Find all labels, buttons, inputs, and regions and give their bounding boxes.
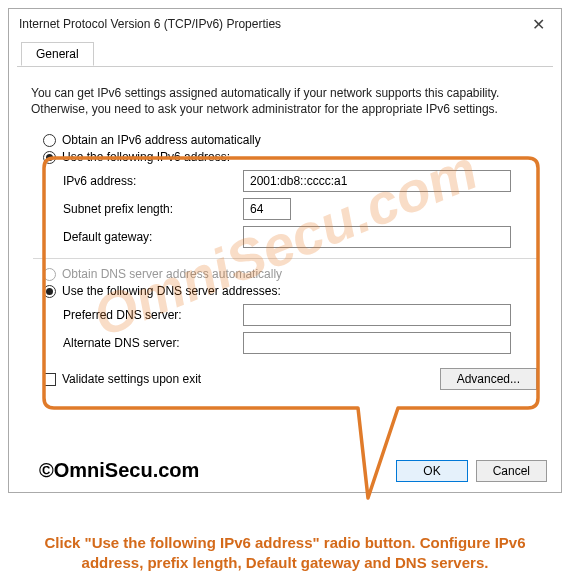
radio-label: Obtain an IPv6 address automatically xyxy=(62,133,261,147)
alternate-dns-row: Alternate DNS server: xyxy=(63,332,543,354)
cancel-button[interactable]: Cancel xyxy=(476,460,547,482)
radio-label: Use the following IPv6 address: xyxy=(62,150,230,164)
preferred-dns-input[interactable] xyxy=(243,304,511,326)
radio-label: Use the following DNS server addresses: xyxy=(62,284,281,298)
radio-auto-dns: Obtain DNS server address automatically xyxy=(43,267,543,281)
validate-label: Validate settings upon exit xyxy=(62,372,201,386)
dialog-footer: OK Cancel xyxy=(396,460,547,482)
radio-label: Obtain DNS server address automatically xyxy=(62,267,282,281)
close-icon[interactable]: ✕ xyxy=(522,13,555,36)
radio-manual-dns[interactable]: Use the following DNS server addresses: xyxy=(43,284,543,298)
radio-icon xyxy=(43,134,56,147)
prefix-label: Subnet prefix length: xyxy=(63,202,243,216)
radio-manual-address[interactable]: Use the following IPv6 address: xyxy=(43,150,543,164)
prefix-input[interactable] xyxy=(243,198,291,220)
radio-icon xyxy=(43,151,56,164)
gateway-label: Default gateway: xyxy=(63,230,243,244)
dialog-body: You can get IPv6 settings assigned autom… xyxy=(9,67,561,404)
titlebar: Internet Protocol Version 6 (TCP/IPv6) P… xyxy=(9,9,561,39)
alternate-dns-input[interactable] xyxy=(243,332,511,354)
validate-row: Validate settings upon exit Advanced... xyxy=(43,368,537,390)
copyright-text: ©OmniSecu.com xyxy=(39,459,199,482)
validate-checkbox-wrap[interactable]: Validate settings upon exit xyxy=(43,372,201,386)
preferred-dns-row: Preferred DNS server: xyxy=(63,304,543,326)
window-title: Internet Protocol Version 6 (TCP/IPv6) P… xyxy=(19,17,281,31)
divider xyxy=(33,258,537,259)
radio-icon xyxy=(43,268,56,281)
ipv6-address-input[interactable] xyxy=(243,170,511,192)
checkbox-icon xyxy=(43,373,56,386)
gateway-row: Default gateway: xyxy=(63,226,543,248)
radio-icon xyxy=(43,285,56,298)
tab-general[interactable]: General xyxy=(21,42,94,66)
alternate-dns-label: Alternate DNS server: xyxy=(63,336,243,350)
caption-text: Click "Use the following IPv6 address" r… xyxy=(0,533,570,574)
ok-button[interactable]: OK xyxy=(396,460,467,482)
gateway-input[interactable] xyxy=(243,226,511,248)
advanced-button[interactable]: Advanced... xyxy=(440,368,537,390)
dns-group: Obtain DNS server address automatically … xyxy=(27,267,543,354)
prefix-row: Subnet prefix length: xyxy=(63,198,543,220)
tab-strip: General xyxy=(17,41,553,67)
ipv6-address-row: IPv6 address: xyxy=(63,170,543,192)
properties-dialog: Internet Protocol Version 6 (TCP/IPv6) P… xyxy=(8,8,562,493)
radio-auto-address[interactable]: Obtain an IPv6 address automatically xyxy=(43,133,543,147)
address-group: Obtain an IPv6 address automatically Use… xyxy=(27,133,543,248)
intro-text: You can get IPv6 settings assigned autom… xyxy=(31,85,539,117)
preferred-dns-label: Preferred DNS server: xyxy=(63,308,243,322)
ipv6-address-label: IPv6 address: xyxy=(63,174,243,188)
